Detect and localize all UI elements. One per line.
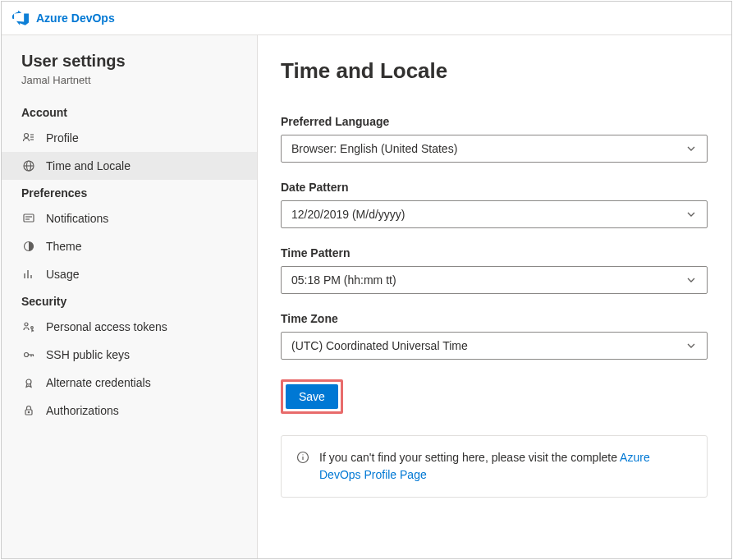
svg-point-0 <box>25 134 29 138</box>
key-person-icon <box>21 319 36 334</box>
svg-point-25 <box>302 454 303 455</box>
date-pattern-label: Date Pattern <box>281 181 708 194</box>
svg-point-15 <box>31 327 34 329</box>
sidebar-item-label: Profile <box>46 131 79 145</box>
sidebar-section-account: Account <box>2 99 257 124</box>
sidebar-item-personal-access-tokens[interactable]: Personal access tokens <box>2 313 257 341</box>
sidebar-item-ssh-public-keys[interactable]: SSH public keys <box>2 341 257 369</box>
sidebar-item-label: Usage <box>46 268 79 281</box>
azure-devops-logo-icon <box>11 9 30 27</box>
brand-label[interactable]: Azure DevOps <box>36 11 115 25</box>
preferred-language-select[interactable]: Browser: English (United States) <box>281 135 708 163</box>
save-button[interactable]: Save <box>286 384 338 409</box>
sidebar-item-label: Notifications <box>46 212 108 225</box>
topbar: Azure DevOps <box>2 2 731 35</box>
date-pattern-value: 12/20/2019 (M/d/yyyy) <box>291 208 685 221</box>
sidebar-item-usage[interactable]: Usage <box>2 260 257 288</box>
sidebar-item-profile[interactable]: Profile <box>2 124 257 152</box>
preferred-language-label: Preferred Language <box>281 115 708 128</box>
sidebar-username: Jamal Hartnett <box>2 74 257 99</box>
sidebar-item-label: Personal access tokens <box>46 320 167 333</box>
profile-icon <box>21 131 36 145</box>
svg-point-16 <box>25 353 29 357</box>
chevron-down-icon <box>685 340 697 351</box>
info-callout: If you can't find your setting here, ple… <box>281 435 708 498</box>
chevron-down-icon <box>685 209 697 220</box>
globe-icon <box>21 158 36 173</box>
sidebar-item-time-and-locale[interactable]: Time and Locale <box>2 152 257 180</box>
sidebar-item-authorizations[interactable]: Authorizations <box>2 397 257 425</box>
lock-icon <box>21 403 36 418</box>
sidebar-item-label: Time and Locale <box>46 159 131 172</box>
chevron-down-icon <box>685 274 697 286</box>
time-zone-value: (UTC) Coordinated Universal Time <box>291 339 685 352</box>
credentials-icon <box>21 375 36 390</box>
key-icon <box>21 347 36 362</box>
theme-icon <box>21 239 36 254</box>
main-content: Time and Locale Preferred Language Brows… <box>258 35 731 558</box>
sidebar-item-label: Alternate credentials <box>46 376 151 389</box>
svg-point-20 <box>26 379 31 384</box>
info-text-prefix: If you can't find your setting here, ple… <box>319 451 620 464</box>
sidebar-item-alternate-credentials[interactable]: Alternate credentials <box>2 369 257 397</box>
info-icon <box>296 451 309 464</box>
svg-point-22 <box>28 411 29 412</box>
time-pattern-label: Time Pattern <box>281 246 708 259</box>
chevron-down-icon <box>685 143 697 154</box>
sidebar-item-label: SSH public keys <box>46 348 130 361</box>
time-pattern-select[interactable]: 05:18 PM (hh:mm tt) <box>281 266 708 294</box>
usage-icon <box>21 267 36 282</box>
sidebar-item-label: Theme <box>46 240 82 253</box>
time-pattern-value: 05:18 PM (hh:mm tt) <box>291 273 685 287</box>
page-title: Time and Locale <box>281 58 708 84</box>
time-zone-label: Time Zone <box>281 312 708 325</box>
sidebar-item-label: Authorizations <box>46 404 119 417</box>
svg-point-14 <box>25 323 28 326</box>
time-zone-select[interactable]: (UTC) Coordinated Universal Time <box>281 332 708 360</box>
date-pattern-select[interactable]: 12/20/2019 (M/d/yyyy) <box>281 200 708 228</box>
sidebar-section-preferences: Preferences <box>2 180 257 204</box>
sidebar-section-security: Security <box>2 288 257 313</box>
preferred-language-value: Browser: English (United States) <box>291 142 685 155</box>
sidebar: User settings Jamal Hartnett Account Pro… <box>2 35 258 558</box>
svg-rect-7 <box>24 214 34 222</box>
sidebar-item-notifications[interactable]: Notifications <box>2 204 257 232</box>
notification-icon <box>21 211 36 226</box>
info-text: If you can't find your setting here, ple… <box>319 449 692 484</box>
sidebar-item-theme[interactable]: Theme <box>2 232 257 260</box>
save-button-highlight: Save <box>281 379 343 414</box>
sidebar-title: User settings <box>2 52 257 74</box>
